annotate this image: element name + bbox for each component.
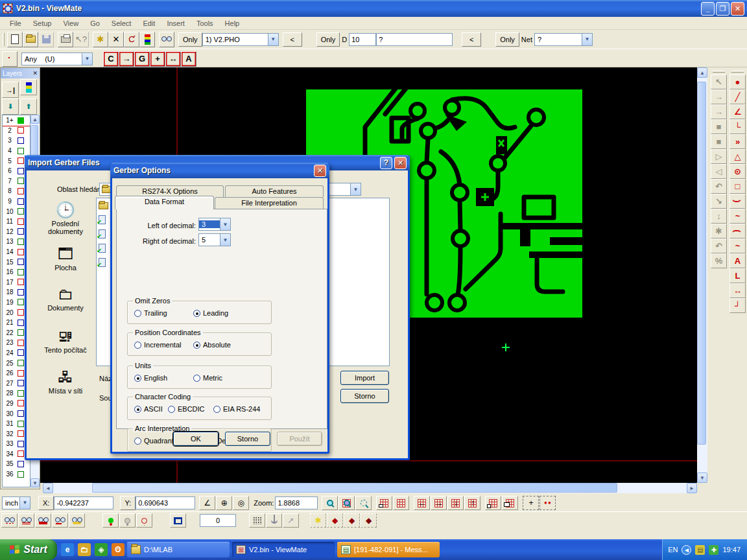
undo-button[interactable]: ↶: [711, 239, 727, 253]
pan-left-button[interactable]: ←: [414, 496, 430, 510]
zoom-out-step-button[interactable]: [485, 496, 501, 510]
layer-color-swatch[interactable]: [18, 259, 24, 265]
x-coord-value[interactable]: -0.942237: [54, 496, 113, 509]
select-area-button[interactable]: +: [523, 496, 539, 510]
goto-arrow-button[interactable]: →: [119, 51, 134, 67]
draw-rectangle-button[interactable]: □: [729, 179, 746, 194]
dcode-query-input[interactable]: ?: [376, 33, 453, 46]
draw-curve-button[interactable]: ~: [729, 209, 746, 224]
gerber-file-item[interactable]: ✔: [97, 241, 110, 255]
apply-button[interactable]: Použít: [277, 432, 322, 446]
selector-pattern-button[interactable]: [2, 51, 18, 67]
task-folder[interactable]: D:\MLAB: [127, 542, 230, 557]
radio-leading[interactable]: Leading: [193, 309, 228, 317]
layer-color-swatch[interactable]: [18, 400, 24, 406]
measure-angle-button[interactable]: ∠: [199, 496, 215, 510]
lamp-off-button[interactable]: [119, 513, 136, 528]
highlight-on-button[interactable]: [102, 513, 119, 528]
radio-icon[interactable]: [213, 406, 220, 413]
close-button[interactable]: ✕: [314, 165, 326, 177]
zoom-window-button[interactable]: [355, 496, 372, 510]
layer-row-1+[interactable]: 1+: [3, 115, 30, 126]
radio-icon[interactable]: [134, 406, 141, 413]
aperture-filter-combo[interactable]: Any (U) ▼: [21, 52, 93, 65]
draw-corner-button[interactable]: ┘: [729, 298, 746, 313]
radio-icon[interactable]: [134, 438, 141, 445]
layer-color-swatch[interactable]: [18, 148, 24, 154]
minimize-button[interactable]: _: [701, 2, 715, 16]
radio-icon[interactable]: [193, 310, 200, 317]
palette-grip[interactable]: [731, 71, 744, 73]
pan-down-button[interactable]: ↓: [447, 496, 464, 510]
table-view-button[interactable]: [170, 513, 186, 528]
radio-icon[interactable]: [134, 342, 141, 349]
layer-color-swatch[interactable]: [18, 127, 24, 134]
right-of-decimal-combo[interactable]: 5 ▼: [198, 233, 231, 246]
gerber-file-item[interactable]: ✔: [97, 255, 110, 270]
vscroll-thumb[interactable]: [697, 82, 706, 445]
layer-color-swatch[interactable]: [18, 249, 24, 255]
move-layer-button[interactable]: →|: [2, 82, 19, 98]
radio-icon[interactable]: [193, 375, 200, 382]
highlight-a-button[interactable]: A: [181, 51, 196, 67]
chevron-down-icon[interactable]: ▼: [82, 53, 92, 65]
layer-color-swatch[interactable]: [18, 329, 24, 336]
dcode-input[interactable]: 10: [349, 33, 376, 46]
origin-button[interactable]: ⊕: [216, 496, 232, 510]
snap-to-grid-button[interactable]: ↗: [283, 513, 299, 528]
layer-color-swatch[interactable]: [18, 117, 24, 124]
layer-row-4[interactable]: 4: [3, 146, 30, 156]
folder-shortcut-icon[interactable]: 🗀: [78, 543, 91, 556]
ok-button[interactable]: OK: [173, 432, 219, 446]
firefox-icon[interactable]: ʘ: [112, 543, 124, 556]
tab-auto-features[interactable]: Auto Features: [225, 185, 324, 197]
net-select-combo[interactable]: ? ▼: [534, 33, 593, 46]
radio-english[interactable]: English: [134, 374, 167, 382]
view-dcodes-button[interactable]: [1, 513, 18, 528]
prev-net-button[interactable]: <: [462, 32, 481, 47]
draw-pad-button[interactable]: ■: [711, 119, 727, 134]
draw-circle-button[interactable]: ⊙: [729, 164, 746, 179]
layer-color-swatch[interactable]: [18, 178, 24, 184]
gerber-file-item[interactable]: ✔: [97, 227, 110, 241]
grid-spacing-value[interactable]: 0: [200, 514, 236, 527]
menu-setup[interactable]: Setup: [27, 18, 58, 29]
layer-row-3[interactable]: 3: [3, 135, 30, 146]
only-dcode-button[interactable]: Only: [316, 32, 340, 47]
layer-row-36[interactable]: 36: [3, 469, 30, 480]
start-button[interactable]: Start: [0, 539, 57, 560]
chevron-down-icon[interactable]: ▼: [350, 183, 361, 195]
internet-explorer-icon[interactable]: e: [61, 543, 74, 556]
zoom-selection-button[interactable]: [338, 496, 355, 510]
flash-tool-button[interactable]: ✱: [93, 32, 108, 47]
tab-data-format[interactable]: Data Format: [115, 196, 214, 209]
save-button[interactable]: [38, 32, 54, 47]
restore-button[interactable]: ❐: [716, 2, 729, 16]
radio-quadrant[interactable]: Quadrant: [134, 437, 174, 445]
move-to-layer-button[interactable]: →: [711, 104, 727, 119]
anchor-button[interactable]: [266, 513, 282, 528]
layer-color-swatch[interactable]: [18, 380, 24, 386]
context-help-button[interactable]: ↖?: [73, 32, 89, 47]
open-file-button[interactable]: [23, 32, 38, 47]
close-button[interactable]: ✕: [731, 2, 744, 16]
radio-ascii[interactable]: ASCII: [134, 405, 163, 413]
only-net-button[interactable]: Only: [495, 32, 519, 47]
place-desktop[interactable]: 🗔Plocha: [34, 245, 97, 272]
place-documents[interactable]: 🗀Dokumenty: [34, 285, 97, 312]
layer-color-swatch[interactable]: [18, 168, 24, 174]
layer-color-swatch[interactable]: [18, 421, 24, 427]
place-recent-documents[interactable]: 🕒Poslední dokumenty: [34, 201, 97, 235]
pad-red2-button[interactable]: ◆: [344, 513, 360, 528]
tray-app-icon[interactable]: ▤: [695, 545, 705, 555]
birdseye-button[interactable]: [376, 496, 392, 510]
radio-icon[interactable]: [134, 375, 141, 382]
radio-absolute[interactable]: Absolute: [193, 341, 231, 349]
clock[interactable]: 19:47: [722, 546, 741, 554]
scroll-up-icon[interactable]: ▲: [697, 67, 707, 78]
highlight-c-button[interactable]: C: [103, 51, 119, 67]
layer-color-swatch[interactable]: [18, 461, 24, 467]
layer-color-swatch[interactable]: [18, 340, 24, 346]
flash-yellow-button[interactable]: ✱: [310, 513, 326, 528]
layer-up-button[interactable]: ⬆: [20, 99, 37, 115]
